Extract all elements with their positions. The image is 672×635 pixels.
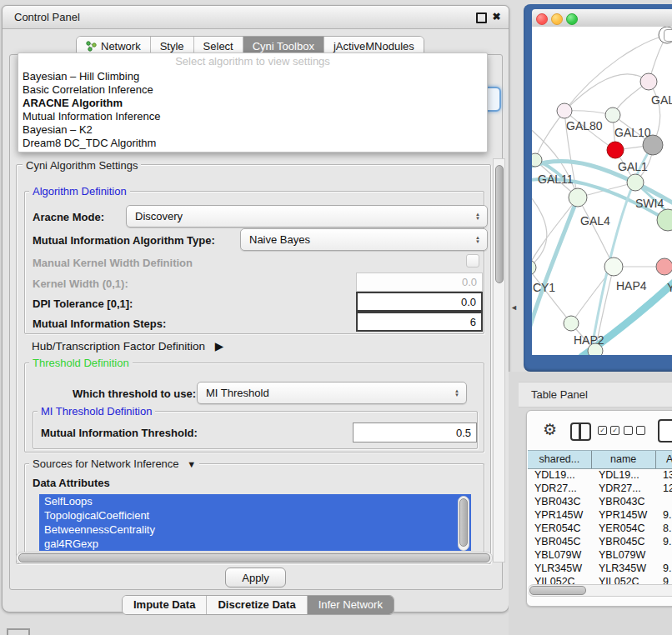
bottom-tab-impute-data[interactable]: Impute Data: [123, 596, 207, 614]
attribute-item-topologicalcoefficient[interactable]: TopologicalCoefficient: [39, 508, 471, 522]
network-node[interactable]: [532, 153, 542, 167]
node-label-swi4: SWI4: [635, 197, 664, 210]
attribute-item-gal4rgexp[interactable]: gal4RGexp: [39, 537, 471, 551]
network-canvas[interactable]: GALGAL80GAL10GAL1GAL11SWI4GAL4GCY1HAP4YH…: [532, 27, 672, 355]
hub-definition-expander[interactable]: Hub/Transcription Factor Definition ▶: [32, 339, 223, 352]
zoom-traffic-light-icon[interactable]: [566, 13, 578, 25]
algorithm-option-mutual-information-inference[interactable]: Mutual Information Inference: [18, 110, 487, 123]
table-cell: YDR27...: [592, 482, 656, 495]
collapsed-panel-button[interactable]: [7, 628, 30, 635]
mi-threshold-field[interactable]: 0.5: [353, 422, 477, 442]
network-node[interactable]: [640, 73, 657, 90]
sources-title-text: Sources for Network Inference: [33, 458, 179, 470]
float-window-icon[interactable]: [476, 12, 487, 23]
network-node[interactable]: [569, 188, 587, 207]
settings-vscrollbar[interactable]: [493, 158, 505, 562]
minimize-traffic-light-icon[interactable]: [551, 13, 563, 25]
network-edge: [535, 111, 564, 160]
network-node[interactable]: [604, 258, 623, 276]
attribute-item-betweennesscentrality[interactable]: BetweennessCentrality: [39, 522, 471, 537]
network-node[interactable]: [656, 258, 672, 275]
table-body: YDL19...YDL19...13YDR27...YDR27...12YBR0…: [528, 468, 672, 593]
table-cell: YPR145W: [528, 508, 592, 522]
settings-hscrollbar[interactable]: [16, 552, 493, 564]
column-header-a[interactable]: A: [656, 451, 672, 468]
table-settings-gear-icon[interactable]: ⚙: [543, 420, 557, 439]
expander-down-arrow-icon: ▼: [187, 459, 196, 469]
table-cell: YBR045C: [592, 535, 656, 548]
network-edge: [564, 74, 649, 111]
algorithm-option-bayesian-k2[interactable]: Bayesian – K2: [18, 123, 487, 137]
node-label-gal1: GAL1: [618, 160, 648, 173]
data-attributes-list[interactable]: SelfLoopsTopologicalCoefficientBetweenne…: [39, 494, 471, 551]
network-window-titlebar[interactable]: [532, 9, 672, 28]
network-node[interactable]: [607, 142, 624, 158]
attribute-item-selfloops[interactable]: SelfLoops: [39, 494, 471, 508]
table-row[interactable]: YDR27...YDR27...12: [528, 482, 672, 495]
algorithm-option-basic-correlation-inference[interactable]: Basic Correlation Inference: [18, 83, 487, 97]
table-cell: [656, 495, 672, 508]
overlay-control-partial[interactable]: [664, 29, 672, 42]
node-label-gal80: GAL80: [566, 119, 603, 132]
page-icon-partial[interactable]: [658, 419, 672, 442]
apply-button[interactable]: Apply: [225, 568, 286, 588]
deselect-all-columns-icon[interactable]: [624, 426, 645, 435]
table-row[interactable]: YLR345WYLR345W9.: [528, 562, 672, 575]
node-label-gal: GAL: [651, 93, 672, 107]
mi-algorithm-type-select[interactable]: Naive Bayes ▲▼: [240, 228, 488, 251]
table-row[interactable]: YER054CYER054C8.: [528, 522, 672, 535]
kernel-width-field[interactable]: 0.0: [356, 272, 483, 292]
threshold-definition-title: Threshold Definition: [29, 357, 133, 369]
table-row[interactable]: YBR045CYBR045C9.: [528, 535, 672, 548]
network-node[interactable]: [605, 108, 620, 122]
manual-kernel-checkbox[interactable]: [466, 254, 479, 268]
table-cell: 13: [656, 468, 672, 482]
table-hscrollbar-thumb[interactable]: [529, 586, 586, 595]
tab-label: jActiveMNodules: [333, 40, 414, 52]
aracne-mode-select[interactable]: Discovery ▲▼: [126, 205, 488, 228]
table-row[interactable]: YPR145WYPR145W9.: [528, 508, 672, 522]
mi-steps-field[interactable]: 6: [356, 312, 483, 332]
table-row[interactable]: YDL19...YDL19...13: [528, 468, 672, 482]
algorithm-option-dream8-dc-tdc-algorithm[interactable]: Dream8 DC_TDC Algorithm: [18, 137, 487, 150]
show-columns-icon[interactable]: [570, 422, 591, 441]
network-node[interactable]: [532, 260, 536, 275]
column-header-name[interactable]: name: [592, 451, 656, 468]
attributes-scrollbar-thumb[interactable]: [459, 498, 468, 547]
manual-kernel-label: Manual Kernel Width Definition: [33, 257, 193, 269]
settings-hscrollbar-thumb[interactable]: [18, 553, 490, 562]
network-node[interactable]: [657, 209, 672, 231]
which-threshold-select[interactable]: MI Threshold ▲▼: [197, 382, 467, 404]
sources-group-title[interactable]: Sources for Network Inference ▼: [29, 458, 199, 470]
network-edge: [532, 268, 571, 323]
kernel-width-label: Kernel Width (0,1):: [33, 278, 128, 290]
data-attributes-label: Data Attributes: [33, 477, 110, 489]
dropdown-items: Bayesian – Hill ClimbingBasic Correlatio…: [18, 70, 487, 150]
network-node[interactable]: [557, 103, 572, 118]
dpi-tolerance-field[interactable]: 0.0: [356, 292, 483, 312]
attributes-scrollbar[interactable]: [458, 496, 469, 551]
table-row[interactable]: YBL079WYBL079W: [528, 548, 672, 562]
network-edge: [578, 198, 614, 267]
aracne-mode-value: Discovery: [135, 210, 183, 222]
stepper-arrows-icon: ▲▼: [454, 389, 459, 398]
which-threshold-value: MI Threshold: [206, 387, 269, 399]
algorithm-option-bayesian-hill-climbing[interactable]: Bayesian – Hill Climbing: [18, 70, 487, 83]
algorithm-option-aracne-algorithm[interactable]: ARACNE Algorithm: [18, 97, 487, 110]
bottom-tab-infer-network[interactable]: Infer Network: [308, 596, 394, 614]
control-panel-window: Control Panel ✖ NetworkStyleSelectCyni T…: [2, 5, 509, 612]
network-node[interactable]: [564, 316, 579, 331]
node-label-gal10: GAL10: [614, 126, 651, 139]
close-icon[interactable]: ✖: [491, 12, 502, 22]
select-all-columns-icon[interactable]: ✓✓: [598, 426, 619, 435]
aracne-mode-label: Aracne Mode:: [33, 211, 104, 223]
mi-threshold-label: Mutual Information Threshold:: [41, 427, 198, 439]
close-traffic-light-icon[interactable]: [536, 13, 548, 25]
table-hscrollbar[interactable]: [528, 584, 672, 597]
bottom-tab-discretize-data[interactable]: Discretize Data: [207, 596, 307, 614]
column-header-shared[interactable]: shared...: [528, 451, 592, 468]
settings-vscrollbar-thumb[interactable]: [495, 165, 504, 283]
table-row[interactable]: YBR043CYBR043C: [528, 495, 672, 508]
node-label-y: Y: [667, 281, 672, 294]
network-node[interactable]: [627, 174, 644, 191]
